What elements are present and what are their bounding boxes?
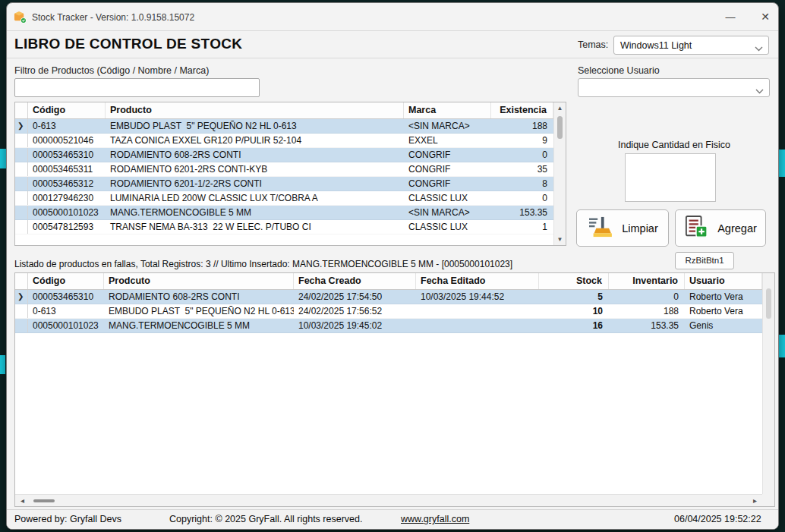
row-indicator — [15, 148, 28, 162]
cell-prodcuto: EMBUDO PLAST 5" PEQUEÑO N2 HL 0-613 — [104, 304, 294, 318]
agregar-button[interactable]: Agregar — [675, 209, 766, 247]
cell-marca: CONGRIF — [404, 177, 491, 190]
table-row[interactable]: 000053465312RODAMIENTO 6201-1/2-2RS CONT… — [15, 177, 553, 191]
cell-fecha_creado: 24/02/2025 17:56:52 — [294, 304, 416, 318]
cell-marca: <SIN MARCA> — [404, 206, 491, 219]
column-header[interactable]: Fecha Creado — [294, 273, 416, 289]
column-header[interactable]: Fecha Editado — [416, 273, 539, 289]
title-bar[interactable]: Stock Tracker - Version: 1.0.9158.15072 … — [7, 3, 778, 31]
products-grid-body: ❯0-613EMBUDO PLAST 5" PEQUEÑO N2 HL 0-61… — [15, 119, 553, 235]
themes-label: Temas: — [578, 39, 608, 50]
rzbitbtn1-button[interactable]: RzBitBtn1 — [675, 252, 734, 269]
cell-producto: MANG.TERMOENCOGIBLE 5 MM — [106, 206, 404, 219]
chevron-down-icon — [755, 86, 764, 96]
close-button[interactable]: ✕ — [754, 8, 777, 27]
table-row[interactable]: ❯0-613EMBUDO PLAST 5" PEQUEÑO N2 HL 0-61… — [15, 119, 553, 134]
cell-codigo: 000053465310 — [28, 148, 106, 162]
products-grid: CódigoProductoMarcaExistencia ❯0-613EMBU… — [14, 102, 566, 246]
scroll-right-button[interactable]: ▸ — [749, 495, 761, 506]
table-row[interactable]: 000000521046TAZA CONICA EXXEL GR120 P/PU… — [15, 134, 553, 148]
scroll-left-button[interactable]: ◂ — [17, 495, 28, 506]
cell-existencia: 188 — [491, 119, 553, 133]
page-title: LIBRO DE CONTROL DE STOCK — [14, 36, 242, 52]
desktop-accent — [0, 149, 6, 168]
copyright-text: Copyright: © 2025 GryFall. All rights re… — [169, 514, 362, 524]
column-header[interactable]: Stock — [539, 273, 609, 289]
filter-input[interactable] — [14, 78, 260, 97]
fallas-grid-body: ❯000053465310RODAMIENTO 608-2RS CONTI24/… — [15, 290, 762, 333]
cell-existencia: 153.35 — [491, 206, 553, 219]
column-header[interactable]: Inventario — [609, 273, 685, 289]
scrollbar-thumb[interactable] — [766, 288, 771, 319]
table-row[interactable]: 0005000101023MANG.TERMOENCOGIBLE 5 MM<SI… — [15, 206, 553, 220]
cell-inventario: 0 — [609, 290, 685, 304]
scroll-down-button[interactable]: ▼ — [554, 234, 566, 245]
filter-label: Filtro de Productos (Código / Nombre / M… — [14, 65, 209, 76]
vertical-scrollbar[interactable]: ▲ ▼ — [553, 102, 566, 245]
cell-existencia: 35 — [491, 162, 553, 176]
quantity-label: Indique Cantidad en Fisico — [577, 140, 771, 150]
column-header[interactable]: Existencia — [491, 102, 553, 118]
table-row[interactable]: ❯000053465310RODAMIENTO 608-2RS CONTI24/… — [15, 290, 762, 304]
cell-inventario: 188 — [609, 304, 685, 318]
table-row[interactable]: 0-613EMBUDO PLAST 5" PEQUEÑO N2 HL 0-613… — [15, 304, 762, 319]
app-package-icon — [14, 11, 27, 24]
cell-marca: CLASSIC LUX — [404, 191, 491, 205]
cell-inventario: 153.35 — [609, 319, 685, 332]
desktop-accent — [779, 150, 785, 177]
broom-icon — [587, 216, 613, 240]
table-row[interactable]: 000053465311RODAMIENTO 6201-2RS CONTI-KY… — [15, 162, 553, 177]
vertical-scrollbar[interactable] — [762, 273, 774, 494]
scrollbar-thumb[interactable] — [33, 499, 55, 502]
scroll-up-button[interactable]: ▲ — [554, 102, 566, 114]
fallas-grid: CódigoProdcutoFecha CreadoFecha EditadoS… — [14, 272, 775, 507]
cell-usuario: Genis — [685, 319, 762, 332]
cell-codigo: 000547812593 — [28, 220, 106, 234]
cell-codigo: 000053465311 — [28, 162, 106, 176]
powered-by-text: Powered by: Gryfall Devs — [14, 514, 121, 524]
column-header[interactable]: Código — [28, 273, 104, 289]
website-link[interactable]: www.gryfall.com — [401, 514, 469, 524]
limpiar-button[interactable]: Limpiar — [576, 209, 669, 247]
column-header[interactable]: Marca — [404, 102, 491, 118]
horizontal-scrollbar[interactable]: ◂ ▸ — [15, 494, 762, 506]
cell-marca: <SIN MARCA> — [404, 119, 491, 133]
row-indicator: ❯ — [15, 290, 28, 304]
scrollbar-thumb[interactable] — [557, 116, 563, 139]
cell-marca: CLASSIC LUX — [404, 220, 491, 234]
row-indicator: ❯ — [15, 119, 28, 133]
column-header[interactable]: Producto — [106, 102, 404, 118]
limpiar-button-label: Limpiar — [622, 222, 658, 235]
app-window: Stock Tracker - Version: 1.0.9158.15072 … — [6, 2, 779, 530]
cell-existencia: 9 — [491, 134, 553, 147]
header-band: LIBRO DE CONTROL DE STOCK Temas: Windows… — [7, 32, 778, 58]
row-indicator — [15, 304, 28, 318]
desktop-accent — [0, 355, 5, 374]
cell-marca: EXXEL — [404, 134, 491, 147]
table-row[interactable]: 000547812593TRANSF NEMA BA-313 22 W ELEC… — [15, 220, 553, 235]
header-indicator-cell — [15, 273, 28, 289]
user-select-label: Seleccione Usuario — [578, 65, 660, 76]
cell-fecha_editado — [416, 319, 539, 332]
cell-codigo: 000053465310 — [28, 290, 104, 304]
minimize-button[interactable]: — — [719, 8, 742, 27]
column-header[interactable]: Código — [28, 102, 106, 118]
cell-existencia: 0 — [491, 148, 553, 162]
theme-select[interactable]: Windows11 Light — [613, 36, 769, 55]
table-row[interactable]: 000053465310RODAMIENTO 608-2RS CONTICONG… — [15, 148, 553, 162]
cell-fecha_editado — [416, 304, 539, 318]
scrollbar-corner — [762, 494, 774, 506]
column-header[interactable]: Usuario — [685, 273, 762, 289]
header-indicator-cell — [15, 102, 28, 118]
table-row[interactable]: 0005000101023MANG.TERMOENCOGIBLE 5 MM10/… — [15, 319, 762, 333]
cell-producto: TRANSF NEMA BA-313 22 W ELEC. P/TUBO CI — [106, 220, 404, 234]
table-row[interactable]: 000127946230LUMINARIA LED 200W CLASSIC L… — [15, 191, 553, 206]
column-header[interactable]: Prodcuto — [104, 273, 294, 289]
row-indicator — [15, 134, 28, 147]
cell-prodcuto: MANG.TERMOENCOGIBLE 5 MM — [104, 319, 294, 332]
cell-producto: RODAMIENTO 6201-1/2-2RS CONTI — [106, 177, 404, 190]
cell-producto: TAZA CONICA EXXEL GR120 P/PULIR 52-104 — [106, 134, 404, 147]
quantity-input[interactable] — [625, 153, 716, 202]
row-indicator — [15, 220, 28, 234]
user-select[interactable] — [578, 78, 770, 97]
